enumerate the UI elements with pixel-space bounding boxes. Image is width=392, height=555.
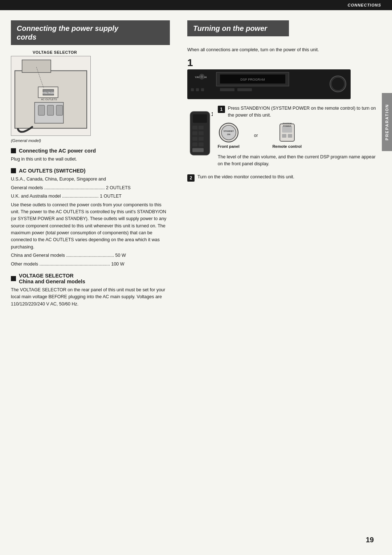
svg-rect-33: [199, 137, 204, 141]
svg-rect-19: [191, 88, 194, 91]
right-section-title: Turning on the power: [187, 20, 289, 36]
turning-on-description: When all connections are complete, turn …: [187, 46, 381, 53]
svg-rect-1: [22, 60, 51, 73]
svg-text:POWER: POWER: [283, 125, 291, 127]
step1-remote-area: 1 1 Press STANDBY/ON (SYSTEM POWER on th…: [187, 105, 381, 170]
svg-rect-31: [199, 131, 204, 135]
svg-point-25: [200, 75, 203, 78]
bullet-square-2: [11, 168, 16, 173]
svg-point-18: [331, 77, 344, 90]
ac-power-heading: Connecting the AC power cord: [11, 148, 170, 154]
remote-control-label: Remote control: [272, 144, 302, 149]
ac-outlets-heading: AC OUTLETS (SWITCHED): [11, 168, 170, 174]
svg-rect-36: [192, 148, 204, 152]
diagram-caption: (General model): [11, 138, 170, 143]
remote-control-button: SYSTEM POWER Remote control: [272, 122, 302, 149]
ac-power-body: Plug in this unit to the wall outlet.: [11, 156, 170, 163]
right-section-title-container: Turning on the power: [187, 20, 381, 41]
svg-rect-21: [201, 88, 204, 91]
remote-step1-info: 1 Press STANDBY/ON (SYSTEM POWER on the …: [218, 105, 381, 170]
svg-text:SYSTEM: SYSTEM: [282, 122, 291, 125]
page-number: 19: [366, 536, 374, 544]
svg-rect-22: [220, 88, 234, 91]
voltage-selector-body: The VOLTAGE SELECTOR on the rear panel o…: [11, 287, 170, 308]
svg-rect-34: [192, 143, 197, 147]
svg-text:AC OUTLETS: AC OUTLETS: [41, 98, 57, 101]
front-panel-label: Front panel: [218, 144, 240, 149]
svg-text:DSP PROGRAM: DSP PROGRAM: [240, 78, 265, 81]
page: CONNECTIONS Connecting the power supply …: [0, 0, 392, 555]
bullet-square-1: [11, 148, 16, 153]
svg-rect-28: [192, 126, 197, 130]
svg-rect-32: [192, 137, 197, 141]
svg-rect-23: [237, 88, 252, 91]
step1-body: The level of the main volume, and then t…: [218, 154, 381, 168]
ac-outlets-body: U.S.A., Canada, China, Europe, Singapore…: [11, 176, 170, 268]
step1-text: Press STANDBY/ON (SYSTEM POWER on the re…: [228, 105, 381, 119]
or-label: or: [254, 133, 258, 138]
svg-rect-45: [288, 134, 292, 138]
receiver-front-panel: DSP PROGRAM YAMAHA: [187, 69, 381, 101]
svg-text:1: 1: [211, 111, 213, 117]
svg-rect-29: [199, 126, 204, 130]
front-panel-button: STANDBY ON Front panel: [218, 122, 240, 149]
svg-rect-20: [196, 88, 199, 91]
voltage-selector-label: VOLTAGE SELECTOR: [33, 50, 170, 54]
connections-label: CONNECTIONS: [348, 3, 381, 7]
left-column: Connecting the power supply cords VOLTAG…: [11, 20, 181, 310]
step2-text: Turn on the video monitor connected to t…: [197, 174, 294, 181]
receiver-svg: DSP PROGRAM YAMAHA: [187, 69, 351, 100]
svg-rect-9: [47, 105, 54, 116]
svg-rect-27: [193, 114, 207, 123]
voltage-selector-diagram: VOLTAGE SELECTOR VOLTAGE AC OUTLETS: [11, 50, 170, 143]
svg-rect-30: [192, 131, 197, 135]
preparation-label: PREPARATION: [385, 104, 389, 140]
right-column: Turning on the power When all connection…: [181, 20, 381, 310]
svg-text:VOLTAGE: VOLTAGE: [42, 92, 54, 94]
step1-number: 1: [187, 58, 381, 68]
svg-rect-44: [282, 134, 286, 138]
remote-svg: 1: [187, 105, 213, 163]
preparation-sidebar: PREPARATION: [382, 93, 392, 151]
step2-badge: 2: [187, 174, 195, 182]
top-bar: CONNECTIONS: [0, 0, 392, 10]
svg-rect-10: [56, 105, 63, 116]
step1-badge: 1: [218, 106, 225, 113]
svg-rect-8: [38, 105, 45, 116]
system-power-svg: SYSTEM POWER: [277, 122, 297, 143]
svg-point-39: [221, 125, 236, 140]
svg-text:STANDBY: STANDBY: [223, 130, 234, 132]
buttons-row: STANDBY ON Front panel or: [218, 122, 381, 149]
voltage-selector-heading: VOLTAGE SELECTOR China and General model…: [11, 273, 170, 284]
step1-instruction: 1 Press STANDBY/ON (SYSTEM POWER on the …: [218, 105, 381, 119]
step2-instruction: 2 Turn on the video monitor connected to…: [187, 174, 381, 182]
main-content: Connecting the power supply cords VOLTAG…: [0, 10, 392, 320]
device-svg: VOLTAGE AC OUTLETS: [11, 56, 91, 136]
svg-rect-35: [199, 143, 204, 147]
standby-button-svg: STANDBY ON: [219, 122, 239, 143]
bullet-square-3: [11, 276, 16, 281]
left-section-title: Connecting the power supply cords: [11, 20, 170, 45]
remote-diagram-container: 1 1 Press STANDBY/ON (SYSTEM POWER on th…: [187, 105, 381, 170]
svg-text:ON: ON: [227, 133, 230, 135]
